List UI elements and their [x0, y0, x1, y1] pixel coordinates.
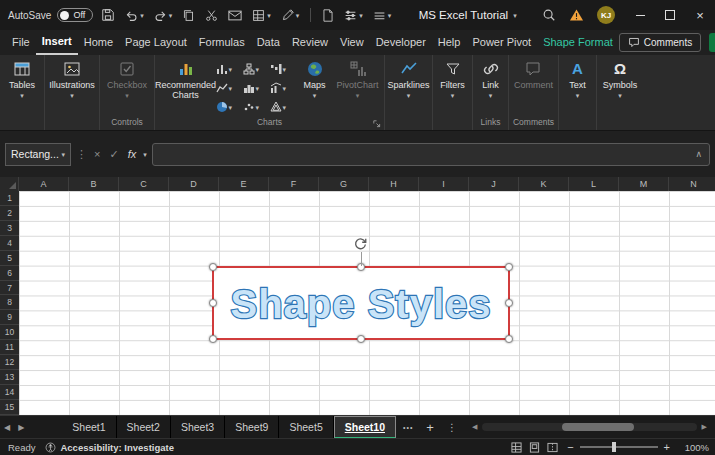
pivotchart-button[interactable]: PivotChart ▾ — [335, 57, 381, 99]
tab-power-pivot[interactable]: Power Pivot — [466, 30, 537, 55]
column-header[interactable]: F — [269, 177, 319, 191]
maps-button[interactable]: Maps ▾ — [297, 57, 333, 99]
row-header[interactable]: 14 — [0, 385, 19, 400]
shape-text[interactable]: Shape Styles — [230, 282, 491, 326]
cancel-button[interactable]: × — [92, 148, 102, 160]
row-header[interactable]: 11 — [0, 340, 19, 355]
zoom-slider-thumb[interactable] — [612, 442, 616, 452]
scroll-right-icon[interactable]: ▶ — [702, 423, 707, 431]
tab-formulas[interactable]: Formulas — [193, 30, 251, 55]
tab-home[interactable]: Home — [78, 30, 119, 55]
text-button[interactable]: A Text ▾ — [567, 57, 588, 99]
zoom-in-button[interactable]: + — [664, 441, 670, 453]
copy-icon[interactable] — [180, 7, 197, 24]
more-sheets-button[interactable]: ••• — [396, 424, 420, 431]
insert-statistic-chart-button[interactable]: ▾ — [242, 79, 268, 97]
document-title[interactable]: MS Excel Tutorial ▾ — [419, 9, 517, 21]
filters-button[interactable]: Filters ▾ — [438, 57, 467, 99]
row-header[interactable]: 8 — [0, 295, 19, 310]
zoom-level[interactable]: 100% — [679, 442, 709, 453]
row-header[interactable]: 10 — [0, 325, 19, 340]
sheet-nav-left-icon[interactable]: ◀ — [0, 423, 14, 432]
horizontal-scrollbar[interactable]: ◀ ▶ — [472, 423, 707, 431]
grid-cells[interactable]: Shape Styles — [19, 191, 715, 415]
tab-help[interactable]: Help — [432, 30, 467, 55]
comment-button[interactable]: Comment — [512, 57, 555, 90]
menu-button[interactable]: ▾ — [371, 7, 394, 24]
sheet-tab[interactable]: Sheet9 — [225, 416, 279, 439]
namebox-resize-handle[interactable]: ⋮ — [76, 148, 87, 161]
column-header[interactable]: J — [469, 177, 519, 191]
row-header[interactable]: 2 — [0, 206, 19, 221]
insert-scatter-chart-button[interactable]: ▾ — [242, 98, 268, 116]
resize-handle-se[interactable] — [505, 335, 513, 343]
resize-handle-w[interactable] — [209, 299, 217, 307]
accessibility-status[interactable]: Accessibility: Investigate — [45, 442, 174, 453]
undo-button[interactable]: ▾ — [123, 7, 146, 24]
row-header[interactable]: 9 — [0, 310, 19, 325]
column-header[interactable]: N — [669, 177, 715, 191]
settings-sliders-button[interactable]: ▾ — [342, 7, 365, 24]
selected-shape[interactable]: Shape Styles — [212, 266, 510, 340]
comments-button[interactable]: Comments — [619, 33, 701, 52]
maximize-button[interactable] — [655, 0, 685, 30]
sheet-nav-right-icon[interactable]: ▶ — [14, 423, 28, 432]
column-header[interactable]: D — [169, 177, 219, 191]
column-header[interactable]: H — [369, 177, 419, 191]
scroll-left-icon[interactable]: ◀ — [472, 423, 477, 431]
column-header[interactable]: C — [119, 177, 169, 191]
tab-shape-format[interactable]: Shape Format — [537, 30, 619, 55]
scrollbar-track[interactable] — [482, 423, 696, 431]
resize-handle-ne[interactable] — [505, 263, 513, 271]
name-box[interactable]: Rectang... ▾ — [5, 143, 71, 166]
sheet-tab[interactable]: Sheet3 — [171, 416, 225, 439]
warning-icon[interactable] — [569, 8, 584, 22]
avatar[interactable]: KJ — [597, 6, 615, 24]
link-button[interactable]: Link ▾ — [480, 57, 502, 99]
zoom-out-button[interactable]: − — [567, 441, 573, 453]
insert-combo-chart-button[interactable]: ▾ — [269, 79, 295, 97]
row-header[interactable]: 7 — [0, 281, 19, 296]
tab-review[interactable]: Review — [286, 30, 334, 55]
scrollbar-thumb[interactable] — [562, 423, 634, 431]
sheet-tab[interactable]: Sheet5 — [279, 416, 333, 439]
resize-handle-e[interactable] — [505, 299, 513, 307]
dialog-launcher-icon[interactable] — [372, 119, 381, 128]
tab-view[interactable]: View — [334, 30, 370, 55]
sheet-tab-active[interactable]: Sheet10 — [334, 416, 396, 439]
tab-file[interactable]: File — [6, 30, 36, 55]
column-header[interactable]: K — [519, 177, 569, 191]
save-icon[interactable] — [99, 6, 117, 24]
insert-hierarchy-chart-button[interactable]: ▾ — [242, 60, 268, 78]
row-header[interactable]: 6 — [0, 266, 19, 281]
insert-waterfall-chart-button[interactable]: ▾ — [269, 60, 295, 78]
cut-icon[interactable] — [203, 7, 220, 24]
symbols-button[interactable]: Ω Symbols ▾ — [601, 57, 640, 99]
column-header[interactable]: M — [619, 177, 669, 191]
row-header[interactable]: 15 — [0, 400, 19, 415]
insert-function-button[interactable]: fx — [126, 148, 139, 160]
redo-button[interactable]: ▾ — [152, 7, 175, 24]
minimize-button[interactable] — [625, 0, 655, 30]
column-header[interactable]: G — [319, 177, 369, 191]
column-header[interactable]: E — [219, 177, 269, 191]
row-header[interactable]: 4 — [0, 236, 19, 251]
resize-handle-nw[interactable] — [209, 263, 217, 271]
insert-surface-chart-button[interactable]: ▾ — [269, 98, 295, 116]
insert-pie-chart-button[interactable]: ▾ — [215, 98, 241, 116]
enter-button[interactable]: ✓ — [107, 148, 120, 161]
normal-view-button[interactable] — [511, 442, 522, 453]
autosave-toggle[interactable]: Off — [57, 8, 93, 22]
row-header[interactable]: 12 — [0, 355, 19, 370]
tab-page-layout[interactable]: Page Layout — [119, 30, 193, 55]
sheet-tab[interactable]: Sheet2 — [117, 416, 171, 439]
page-layout-view-button[interactable] — [529, 442, 540, 453]
column-header[interactable]: L — [569, 177, 619, 191]
row-header[interactable]: 13 — [0, 370, 19, 385]
document-icon[interactable] — [320, 7, 336, 24]
tab-data[interactable]: Data — [251, 30, 286, 55]
new-sheet-button[interactable]: + — [420, 420, 440, 435]
tables-button[interactable]: Tables ▾ — [7, 57, 37, 99]
tab-developer[interactable]: Developer — [370, 30, 432, 55]
row-header[interactable]: 3 — [0, 221, 19, 236]
